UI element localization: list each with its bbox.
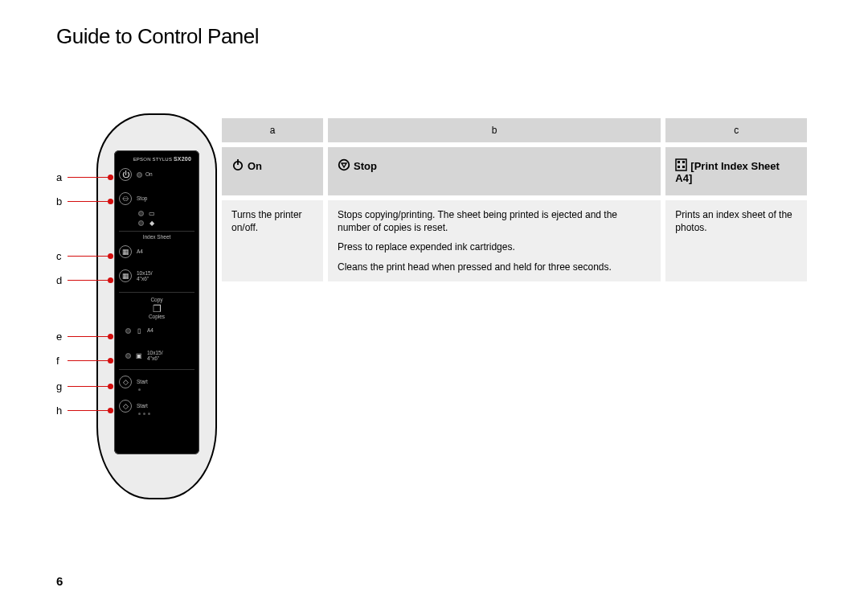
col-icon-a: On [219,145,326,198]
svg-point-2 [339,160,350,170]
stop-icon [338,158,350,171]
page-title: Guide to Control Panel [56,24,812,49]
controls-table: a b c On Stop Print Ind [217,113,812,286]
callout-h: h [56,405,68,417]
col-icon-c: Print Index Sheet A4 [663,145,809,198]
power-icon [231,158,244,171]
index-small-button-icon: ▦ [119,269,132,282]
col-header-c: c [663,116,809,145]
photo-icon: ▣ [134,351,144,360]
col-header-b: b [326,116,663,145]
callout-e: e [56,331,68,343]
desc-a: Turns the printer on/off. [219,198,326,284]
start-bw-button-icon: ◇ [119,376,132,388]
power-button-icon: ⏻ [119,168,132,181]
index-sheet-icon [675,158,687,171]
svg-rect-7 [678,166,680,168]
page-number: 6 [56,574,63,588]
callout-c: c [56,250,68,262]
start-color-button-icon: ◇ [119,400,132,413]
callout-f: f [56,355,68,367]
svg-rect-6 [682,161,685,163]
desc-c: Prints an index sheet of the photos. [663,198,809,284]
desc-b: Stops copying/printing. The sheet being … [326,198,663,284]
col-icon-b: Stop [326,145,663,198]
svg-rect-5 [678,161,680,163]
callout-d: d [56,274,68,286]
paper-icon: ▭ [147,208,157,218]
callout-g: g [56,380,68,392]
callout-a: a [56,171,68,183]
callout-b: b [56,195,68,207]
brand-label: EPSON STYLUS SX200 [122,156,191,162]
copy-icon: ❐ [152,304,162,314]
index-a4-button-icon: ▦ [119,245,132,258]
stop-button-icon: ⦵ [119,192,132,205]
svg-rect-4 [676,159,686,170]
svg-rect-8 [682,166,685,168]
col-header-a: a [219,116,326,145]
svg-marker-3 [342,163,346,167]
control-panel-diagram: EPSON STYLUS SX200 ⏻ On ⦵ Stop [56,113,217,524]
ink-icon: ◆ [147,218,157,228]
page-icon: ▯ [134,326,144,335]
